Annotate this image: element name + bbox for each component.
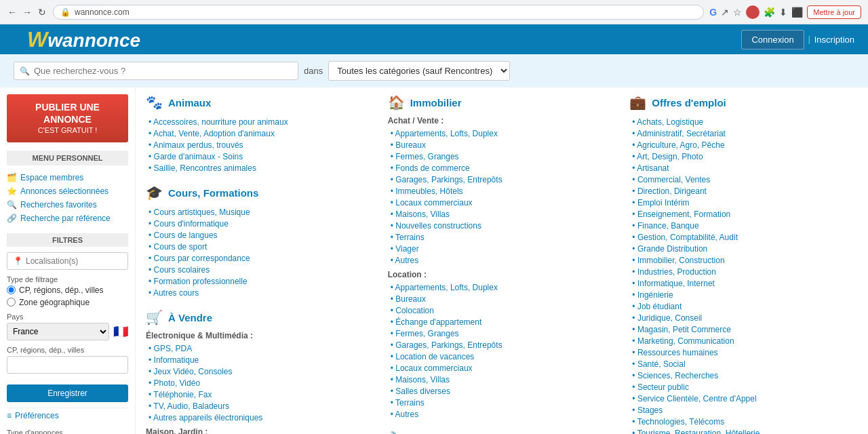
localisation-input[interactable] xyxy=(26,256,122,266)
list-item[interactable]: Informatique, Internet xyxy=(632,277,858,289)
list-item[interactable]: Ressources humaines xyxy=(632,347,858,358)
forward-button[interactable]: → xyxy=(22,7,33,18)
list-item[interactable]: Tourisme, Restauration, Hôtellerie xyxy=(632,427,858,434)
list-item[interactable]: Enseignement, Formation xyxy=(632,208,858,220)
reload-button[interactable]: ↻ xyxy=(37,7,47,18)
list-item[interactable]: Cours par correspondance xyxy=(149,252,374,264)
back-button[interactable]: ← xyxy=(7,7,18,18)
list-item[interactable]: Informatique xyxy=(149,354,374,366)
list-item[interactable]: Bureaux xyxy=(391,293,616,304)
cp-input[interactable] xyxy=(7,356,128,374)
list-item[interactable]: Animaux perdus, trouvés xyxy=(149,139,374,151)
bookmark-icon[interactable]: ☆ xyxy=(733,7,742,18)
list-item[interactable]: Bureaux xyxy=(391,139,616,151)
list-item[interactable]: Colocation xyxy=(391,304,616,316)
list-item[interactable]: Emploi Intérim xyxy=(632,197,858,208)
list-item[interactable]: Immobilier, Construction xyxy=(632,254,858,266)
inscription-link[interactable]: Inscription xyxy=(814,35,854,45)
list-item[interactable]: Autres appareils électroniques xyxy=(149,412,374,423)
list-item[interactable]: Autres xyxy=(391,408,616,420)
recherche-reference-link[interactable]: 🔗 Recherche par référence xyxy=(7,212,128,225)
radio-cp[interactable]: CP, régions, dép., villes xyxy=(7,285,128,295)
category-select[interactable]: Toutes les catégories (sauf Rencontres) xyxy=(328,61,510,81)
radio-zone[interactable]: Zone géographique xyxy=(7,298,128,307)
list-item[interactable]: Locaux commerciaux xyxy=(391,197,616,208)
list-item[interactable]: Autres xyxy=(391,254,616,266)
list-item[interactable]: Commercial, Ventes xyxy=(632,174,858,185)
list-item[interactable]: Garde d'animaux - Soins xyxy=(149,151,374,162)
list-item[interactable]: Secteur public xyxy=(632,381,858,393)
list-item[interactable]: Cours de sport xyxy=(149,241,374,252)
list-item[interactable]: Jeux Vidéo, Consoles xyxy=(149,366,374,377)
list-item[interactable]: Finance, Banque xyxy=(632,220,858,231)
list-item[interactable]: Appartements, Lofts, Duplex xyxy=(391,127,616,139)
list-item[interactable]: Cours de langues xyxy=(149,229,374,241)
list-item[interactable]: Immeubles, Hôtels xyxy=(391,185,616,197)
list-item[interactable]: Photo, Vidéo xyxy=(149,377,374,389)
recherches-favorites-link[interactable]: 🔍 Recherches favorites xyxy=(7,198,128,212)
list-item[interactable]: Cours scolaires xyxy=(149,264,374,275)
list-item[interactable]: Artisanat xyxy=(632,162,858,174)
preferences-link[interactable]: ≡ Préférences xyxy=(7,408,128,423)
annonces-selectionnees-link[interactable]: ⭐ Annonces sélectionnées xyxy=(7,184,128,198)
publish-button[interactable]: PUBLIER UNE ANNONCE C'EST GRATUIT ! xyxy=(7,94,128,142)
list-item[interactable]: Maisons, Villas xyxy=(391,374,616,385)
radio-zone-input[interactable] xyxy=(7,298,16,307)
list-item[interactable]: Échange d'appartement xyxy=(391,316,616,328)
list-item[interactable]: Autres cours xyxy=(149,287,374,298)
radio-cp-input[interactable] xyxy=(7,285,16,294)
list-item[interactable]: Appartements, Lofts, Duplex xyxy=(391,281,616,293)
list-item[interactable]: Juridique, Conseil xyxy=(632,312,858,323)
list-item[interactable]: Cours d'informatique xyxy=(149,218,374,229)
connexion-button[interactable]: Connexion xyxy=(741,30,804,50)
list-item[interactable]: Fermes, Granges xyxy=(391,151,616,162)
share-icon[interactable]: ↗ xyxy=(721,7,729,18)
list-item[interactable]: Terrains xyxy=(391,397,616,408)
list-item[interactable]: Saillie, Rencontres animales xyxy=(149,162,374,174)
radio-cp-label: CP, régions, dép., villes xyxy=(19,285,104,295)
list-item[interactable]: Garages, Parkings, Entrepôts xyxy=(391,174,616,185)
address-bar[interactable]: 🔒 wannonce.com xyxy=(53,5,704,20)
update-button[interactable]: Mettre à jour xyxy=(807,5,861,19)
enregistrer-button[interactable]: Enregistrer xyxy=(7,384,128,402)
list-item[interactable]: Technologies, Télécoms xyxy=(632,416,858,427)
list-item[interactable]: Marketing, Communication xyxy=(632,335,858,347)
list-item[interactable]: Terrains xyxy=(391,231,616,243)
list-item[interactable]: Accessoires, nourriture pour animaux xyxy=(149,116,374,127)
list-item[interactable]: Téléphonie, Fax xyxy=(149,389,374,400)
list-item[interactable]: Fonds de commerce xyxy=(391,162,616,174)
list-item[interactable]: Art, Design, Photo xyxy=(632,151,858,162)
list-item[interactable]: Administratif, Secrétariat xyxy=(632,127,858,139)
list-item[interactable]: Garages, Parkings, Entrepôts xyxy=(391,339,616,351)
list-item[interactable]: Ingénierie xyxy=(632,289,858,300)
list-item[interactable]: Achat, Vente, Adoption d'animaux xyxy=(149,127,374,139)
list-item[interactable]: Industries, Production xyxy=(632,266,858,277)
list-item[interactable]: Sciences, Recherches xyxy=(632,370,858,381)
list-item[interactable]: Magasin, Petit Commerce xyxy=(632,323,858,335)
list-item[interactable]: Cours artistiques, Musique xyxy=(149,206,374,218)
list-item[interactable]: Location de vacances xyxy=(391,351,616,362)
list-item[interactable]: Viager xyxy=(391,243,616,254)
list-item[interactable]: Nouvelles constructions xyxy=(391,220,616,231)
list-item[interactable]: Fermes, Granges xyxy=(391,328,616,339)
search-input[interactable] xyxy=(34,66,292,76)
list-item[interactable]: Santé, Social xyxy=(632,358,858,370)
publish-main-text: PUBLIER UNE ANNONCE xyxy=(14,101,121,125)
list-item[interactable]: Direction, Dirigeant xyxy=(632,185,858,197)
list-item[interactable]: Agriculture, Agro, Pêche xyxy=(632,139,858,151)
list-item[interactable]: Locaux commerciaux xyxy=(391,362,616,374)
espace-membres-link[interactable]: 🗂️ Espace membres xyxy=(7,171,128,184)
list-item[interactable]: Service Clientèle, Centre d'Appel xyxy=(632,393,858,404)
list-item[interactable]: Gestion, Comptabilité, Audit xyxy=(632,231,858,243)
list-item[interactable]: Achats, Logistique xyxy=(632,116,858,127)
list-item[interactable]: Maisons, Villas xyxy=(391,208,616,220)
list-item[interactable]: Job étudiant xyxy=(632,300,858,312)
list-item[interactable]: TV, Audio, Baladeurs xyxy=(149,400,374,412)
menu-icon[interactable]: ⬛ xyxy=(791,7,803,18)
list-item[interactable]: Stages xyxy=(632,404,858,416)
country-select[interactable]: France xyxy=(7,323,109,340)
list-item[interactable]: Salles diverses xyxy=(391,385,616,397)
list-item[interactable]: Formation professionnelle xyxy=(149,275,374,287)
list-item[interactable]: GPS, PDA xyxy=(149,342,374,354)
list-item[interactable]: Grande Distribution xyxy=(632,243,858,254)
